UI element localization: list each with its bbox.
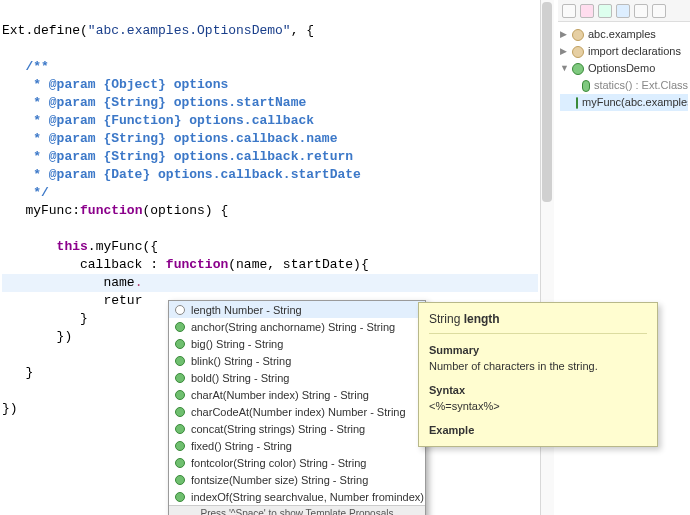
outline-item[interactable]: myFunc(abc.examples.Op (560, 94, 688, 111)
twisty-icon[interactable]: ▼ (560, 60, 570, 77)
autocomplete-item-label: concat(String strings) String - String (191, 423, 365, 435)
outline-item[interactable]: ▶abc.examples (560, 26, 688, 43)
method-icon (175, 339, 185, 349)
toolbar-icon[interactable] (598, 4, 612, 18)
autocomplete-item-label: bold() String - String (191, 372, 289, 384)
method-icon (175, 322, 185, 332)
autocomplete-item-label: blink() String - String (191, 355, 291, 367)
method-icon (175, 407, 185, 417)
method-icon (175, 475, 185, 485)
toolbar-icon[interactable] (634, 4, 648, 18)
autocomplete-item[interactable]: charCodeAt(Number index) Number - String (169, 403, 425, 420)
outline-item-label: myFunc(abc.examples.Op (582, 94, 688, 111)
method-icon (175, 458, 185, 468)
method-icon (582, 80, 590, 92)
toolbar-icon[interactable] (616, 4, 630, 18)
autocomplete-item-label: charAt(Number index) String - String (191, 389, 369, 401)
autocomplete-item[interactable]: big() String - String (169, 335, 425, 352)
autocomplete-hint: Press '^Space' to show Template Proposal… (169, 505, 425, 515)
autocomplete-item[interactable]: length Number - String (169, 301, 425, 318)
autocomplete-item[interactable]: bold() String - String (169, 369, 425, 386)
outline-item[interactable]: statics() : Ext.Class (560, 77, 688, 94)
doc-example-heading: Example (429, 422, 647, 438)
toolbar-icon[interactable] (652, 4, 666, 18)
class-icon (572, 63, 584, 75)
caret-line: name (103, 275, 134, 290)
doc-summary-heading: Summary (429, 342, 647, 358)
autocomplete-item[interactable]: blink() String - String (169, 352, 425, 369)
outline-item-label: import declarations (588, 43, 681, 60)
outline-tree[interactable]: ▶abc.examples▶import declarations▼Option… (558, 22, 690, 115)
toolbar-icon[interactable] (562, 4, 576, 18)
autocomplete-item-label: fixed() String - String (191, 440, 292, 452)
method-icon (175, 424, 185, 434)
doc-tooltip: String length Summary Number of characte… (418, 302, 658, 447)
twisty-icon[interactable]: ▶ (560, 26, 570, 43)
doc-syntax-heading: Syntax (429, 382, 647, 398)
outline-item-label: abc.examples (588, 26, 656, 43)
autocomplete-item[interactable]: concat(String strings) String - String (169, 420, 425, 437)
autocomplete-popup[interactable]: length Number - Stringanchor(String anch… (168, 300, 426, 515)
outline-item-label: OptionsDemo (588, 60, 655, 77)
property-icon (175, 305, 185, 315)
scrollbar-thumb[interactable] (542, 2, 552, 202)
method-icon (175, 356, 185, 366)
autocomplete-item-label: charCodeAt(Number index) Number - String (191, 406, 406, 418)
autocomplete-item[interactable]: fixed() String - String (169, 437, 425, 454)
autocomplete-item-label: big() String - String (191, 338, 283, 350)
pkg-icon (572, 46, 584, 58)
doc-summary-text: Number of characters in the string. (429, 358, 647, 374)
autocomplete-item[interactable]: fontcolor(String color) String - String (169, 454, 425, 471)
autocomplete-item[interactable]: fontsize(Number size) String - String (169, 471, 425, 488)
toolbar-icon[interactable] (580, 4, 594, 18)
code-text: Ext.define (2, 23, 80, 38)
autocomplete-item-label: fontcolor(String color) String - String (191, 457, 366, 469)
pkg-icon (572, 29, 584, 41)
outline-item[interactable]: ▼OptionsDemo (560, 60, 688, 77)
autocomplete-item[interactable]: indexOf(String searchvalue, Number fromi… (169, 488, 425, 505)
outline-toolbar (558, 0, 690, 22)
doc-title: String length (429, 311, 647, 327)
method-icon (175, 390, 185, 400)
doc-syntax-text: <%=syntax%> (429, 398, 647, 414)
method-icon (175, 373, 185, 383)
autocomplete-item-label: fontsize(Number size) String - String (191, 474, 368, 486)
autocomplete-item-label: anchor(String anchorname) String - Strin… (191, 321, 395, 333)
autocomplete-item[interactable]: charAt(Number index) String - String (169, 386, 425, 403)
twisty-icon[interactable]: ▶ (560, 43, 570, 60)
method-icon (175, 492, 185, 502)
method-icon (175, 441, 185, 451)
outline-item-label: statics() : Ext.Class (594, 77, 688, 94)
autocomplete-item[interactable]: anchor(String anchorname) String - Strin… (169, 318, 425, 335)
method-icon (576, 97, 578, 109)
autocomplete-item-label: length Number - String (191, 304, 302, 316)
outline-item[interactable]: ▶import declarations (560, 43, 688, 60)
autocomplete-item-label: indexOf(String searchvalue, Number fromi… (191, 491, 425, 503)
